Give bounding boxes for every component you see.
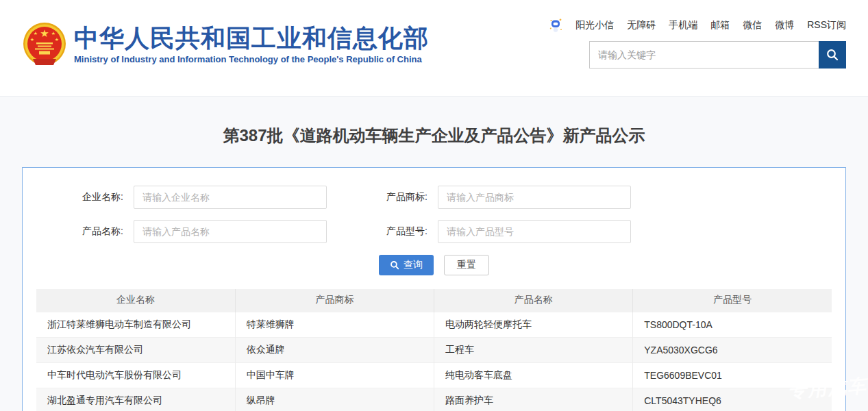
- nav-item-4[interactable]: 微信: [743, 19, 762, 32]
- table-cell: YZA5030XGCG6: [633, 337, 832, 362]
- reset-button[interactable]: 重置: [444, 255, 489, 275]
- main-content: 第387批《道路机动车辆生产企业及产品公告》新产品公示 企业名称:产品商标:产品…: [0, 126, 868, 411]
- column-header-3: 产品型号: [633, 289, 832, 312]
- table-cell: 中国中车牌: [235, 362, 434, 388]
- site-title: 中华人民共和国工业和信息化部: [74, 25, 429, 52]
- header-search: [589, 41, 846, 68]
- nav-mascot: [549, 18, 562, 33]
- table-cell: 依众通牌: [235, 337, 434, 362]
- brand: ★ ★ ★ ★ ★ 中华人民共和国工业和信息化部 Ministry of Ind…: [22, 22, 429, 67]
- svg-text:★: ★: [34, 31, 38, 36]
- site-header: ★ ★ ★ ★ ★ 中华人民共和国工业和信息化部 Ministry of Ind…: [0, 0, 868, 97]
- form-row: 企业名称:产品商标:: [23, 186, 845, 209]
- search-icon: [390, 260, 399, 270]
- table-cell: 路面养护车: [434, 388, 633, 411]
- header-search-button[interactable]: [819, 41, 846, 68]
- nav-item-0[interactable]: 阳光小信: [575, 19, 614, 32]
- table-cell: 浙江特莱维狮电动车制造有限公司: [36, 312, 235, 337]
- filter-field-3: 产品型号:: [327, 220, 631, 243]
- nav-items: 阳光小信无障碍手机端邮箱微信微博RSS订阅: [575, 19, 846, 32]
- table-row: 浙江特莱维狮电动车制造有限公司特莱维狮牌电动两轮轻便摩托车TS800DQT-10…: [36, 312, 832, 337]
- table-cell: 特莱维狮牌: [235, 312, 434, 337]
- form-row: 产品名称:产品型号:: [23, 220, 845, 243]
- header-search-input[interactable]: [589, 41, 819, 68]
- national-emblem-icon: ★ ★ ★ ★ ★: [22, 22, 67, 67]
- table-cell: 湖北盈通专用汽车有限公司: [36, 388, 235, 411]
- form-actions: 查询 重置: [23, 255, 845, 275]
- table-cell: 中车时代电动汽车股份有限公司: [36, 362, 235, 388]
- table-cell: 纵昂牌: [235, 388, 434, 411]
- filter-field-2: 产品名称:: [23, 220, 327, 243]
- table-row: 江苏依众汽车有限公司依众通牌工程车YZA5030XGCG6: [36, 337, 832, 362]
- table-cell: 纯电动客车底盘: [434, 362, 633, 388]
- table-cell: TS800DQT-10A: [633, 312, 832, 337]
- column-header-2: 产品名称: [434, 289, 633, 312]
- nav-item-1[interactable]: 无障碍: [627, 19, 656, 32]
- robot-icon: [549, 18, 562, 33]
- nav-item-3[interactable]: 邮箱: [710, 19, 730, 32]
- brand-text: 中华人民共和国工业和信息化部 Ministry of Industry and …: [74, 25, 429, 65]
- page-title: 第387批《道路机动车辆生产企业及产品公告》新产品公示: [0, 126, 868, 145]
- table-cell: TEG6609BEVC01: [633, 362, 832, 388]
- filter-label-0: 企业名称:: [23, 191, 134, 203]
- table-cell: CLT5043TYHEQ6: [633, 388, 832, 411]
- filter-input-1[interactable]: [438, 186, 631, 209]
- svg-text:★: ★: [55, 37, 59, 42]
- query-button-label: 查询: [404, 259, 423, 271]
- svg-text:★: ★: [30, 37, 34, 42]
- table-cell: 电动两轮轻便摩托车: [434, 312, 633, 337]
- filter-input-0[interactable]: [134, 186, 327, 209]
- table-cell: 工程车: [434, 337, 633, 362]
- top-nav: 阳光小信无障碍手机端邮箱微信微博RSS订阅: [549, 18, 846, 33]
- query-button[interactable]: 查询: [379, 255, 434, 275]
- search-icon: [826, 48, 839, 62]
- header-right: 阳光小信无障碍手机端邮箱微信微博RSS订阅: [549, 18, 846, 68]
- filter-label-1: 产品商标:: [327, 191, 438, 203]
- filter-input-2[interactable]: [134, 220, 327, 243]
- table-row: 湖北盈通专用汽车有限公司纵昂牌路面养护车CLT5043TYHEQ6: [36, 388, 832, 411]
- column-header-0: 企业名称: [36, 289, 235, 312]
- filter-field-1: 产品商标:: [327, 186, 631, 209]
- column-header-1: 产品商标: [235, 289, 434, 312]
- site-subtitle: Ministry of Industry and Information Tec…: [74, 54, 429, 64]
- filter-form: 企业名称:产品商标:产品名称:产品型号:: [23, 186, 845, 243]
- filter-label-2: 产品名称:: [23, 225, 134, 238]
- nav-item-5[interactable]: 微博: [775, 19, 794, 32]
- table-row: 中车时代电动汽车股份有限公司中国中车牌纯电动客车底盘TEG6609BEVC01: [36, 362, 832, 388]
- svg-text:★: ★: [51, 31, 55, 36]
- results-table: 企业名称产品商标产品名称产品型号 浙江特莱维狮电动车制造有限公司特莱维狮牌电动两…: [36, 289, 832, 411]
- nav-item-6[interactable]: RSS订阅: [807, 19, 846, 32]
- filter-input-3[interactable]: [438, 220, 631, 243]
- content-panel: 企业名称:产品商标:产品名称:产品型号: 查询 重置 企业名称产品商标产品名称产…: [22, 167, 846, 411]
- table-header-row: 企业名称产品商标产品名称产品型号: [36, 289, 832, 312]
- nav-item-2[interactable]: 手机端: [669, 19, 697, 32]
- results-table-wrap: 企业名称产品商标产品名称产品型号 浙江特莱维狮电动车制造有限公司特莱维狮牌电动两…: [36, 289, 832, 411]
- table-cell: 江苏依众汽车有限公司: [36, 337, 235, 362]
- filter-label-3: 产品型号:: [327, 225, 438, 238]
- filter-field-0: 企业名称:: [23, 186, 327, 209]
- svg-text:★: ★: [40, 27, 49, 39]
